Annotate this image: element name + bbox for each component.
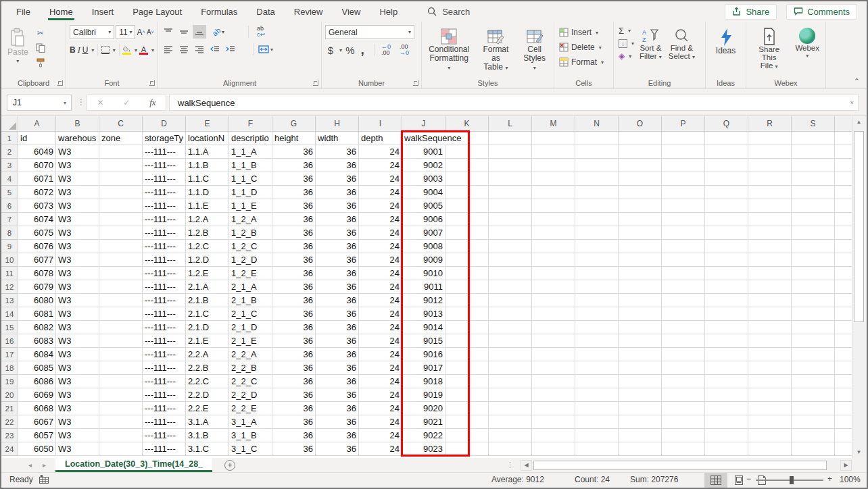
cell-B16[interactable]: W3	[56, 334, 99, 348]
cell-R6[interactable]	[748, 199, 792, 213]
cell-S22[interactable]	[792, 415, 835, 429]
cell-B8[interactable]: W3	[56, 226, 99, 240]
cell-G24[interactable]: 36	[272, 442, 316, 456]
column-header-O[interactable]: O	[619, 116, 662, 132]
cell-B23[interactable]: W3	[56, 429, 99, 442]
zoom-slider[interactable]	[756, 480, 823, 481]
cell-O21[interactable]	[619, 402, 662, 415]
cell-N14[interactable]	[575, 307, 619, 321]
cell-E12[interactable]: 2.1.A	[186, 280, 229, 294]
zoom-in-button[interactable]: +	[827, 474, 832, 484]
format-painter-button[interactable]	[34, 56, 47, 70]
cell-K22[interactable]	[445, 415, 489, 429]
cell-P18[interactable]	[662, 361, 705, 375]
cell-N13[interactable]	[575, 294, 619, 307]
cell-O20[interactable]	[619, 388, 662, 402]
cell-D19[interactable]: ---111---	[143, 375, 186, 388]
menu-tab-formulas[interactable]: Formulas	[191, 1, 247, 22]
cell-M14[interactable]	[532, 307, 575, 321]
cell-P22[interactable]	[662, 415, 705, 429]
cell-A16[interactable]: 6083	[18, 334, 56, 348]
cell-F6[interactable]: 1_1_E	[229, 199, 272, 213]
cell-O10[interactable]	[619, 253, 662, 267]
cell-R21[interactable]	[748, 402, 792, 415]
cell-M15[interactable]	[532, 321, 575, 334]
cell-A14[interactable]: 6081	[18, 307, 56, 321]
cell-I21[interactable]: 24	[359, 402, 402, 415]
cell-H16[interactable]: 36	[316, 334, 359, 348]
cell-F22[interactable]: 3_1_A	[229, 415, 272, 429]
find-select-button[interactable]: Find & Select ▾	[666, 25, 698, 76]
cell-A15[interactable]: 6082	[18, 321, 56, 334]
cell-O18[interactable]	[619, 361, 662, 375]
cell-F23[interactable]: 3_1_B	[229, 429, 272, 442]
borders-button[interactable]	[101, 43, 110, 57]
cell-I10[interactable]: 24	[359, 253, 402, 267]
cell-O17[interactable]	[619, 348, 662, 361]
cell-J20[interactable]: 9019	[402, 388, 445, 402]
column-header-P[interactable]: P	[662, 116, 705, 132]
cell-A17[interactable]: 6084	[18, 348, 56, 361]
scroll-left-icon[interactable]: ◀	[521, 460, 532, 471]
cell-G14[interactable]: 36	[272, 307, 316, 321]
column-header-A[interactable]: A	[18, 116, 56, 132]
cell-H13[interactable]: 36	[316, 294, 359, 307]
cell-I20[interactable]: 24	[359, 388, 402, 402]
cell-M10[interactable]	[532, 253, 575, 267]
cell-E6[interactable]: 1.1.E	[186, 199, 229, 213]
cell-F4[interactable]: 1_1_C	[229, 172, 272, 186]
cell-C6[interactable]	[99, 199, 143, 213]
cell-E19[interactable]: 2.2.C	[186, 375, 229, 388]
cell-M20[interactable]	[532, 388, 575, 402]
cell-K14[interactable]	[445, 307, 489, 321]
cell-O19[interactable]	[619, 375, 662, 388]
cell-O22[interactable]	[619, 415, 662, 429]
cell-F15[interactable]: 2_1_D	[229, 321, 272, 334]
cell-Q21[interactable]	[705, 402, 748, 415]
cell-C18[interactable]	[99, 361, 143, 375]
cell-P5[interactable]	[662, 186, 705, 199]
cell-F20[interactable]: 2_2_D	[229, 388, 272, 402]
row-header-12[interactable]: 12	[1, 280, 18, 294]
cell-R3[interactable]	[748, 159, 792, 172]
row-header-10[interactable]: 10	[1, 253, 18, 267]
cell-L16[interactable]	[489, 334, 532, 348]
menu-tab-data[interactable]: Data	[247, 1, 284, 22]
cell-K7[interactable]	[445, 213, 489, 226]
cell-F24[interactable]: 3_1_C	[229, 442, 272, 456]
cell-R20[interactable]	[748, 388, 792, 402]
increase-indent-button[interactable]	[224, 43, 237, 56]
cell-Q3[interactable]	[705, 159, 748, 172]
cell-I19[interactable]: 24	[359, 375, 402, 388]
cell-D10[interactable]: ---111---	[143, 253, 186, 267]
cell-G23[interactable]: 36	[272, 429, 316, 442]
column-header-E[interactable]: E	[186, 116, 229, 132]
cell-M23[interactable]	[532, 429, 575, 442]
clipboard-dialog-launcher[interactable]	[57, 80, 63, 86]
cell-M21[interactable]	[532, 402, 575, 415]
cell-I6[interactable]: 24	[359, 199, 402, 213]
cell-J16[interactable]: 9015	[402, 334, 445, 348]
row-header-7[interactable]: 7	[1, 213, 18, 226]
row-header-15[interactable]: 15	[1, 321, 18, 334]
row-header-1[interactable]: 1	[1, 132, 18, 145]
cell-H12[interactable]: 36	[316, 280, 359, 294]
cell-P23[interactable]	[662, 429, 705, 442]
cell-E4[interactable]: 1.1.C	[186, 172, 229, 186]
font-dialog-launcher[interactable]	[149, 80, 155, 86]
menu-tab-insert[interactable]: Insert	[82, 1, 124, 22]
cell-B10[interactable]: W3	[56, 253, 99, 267]
cell-O4[interactable]	[619, 172, 662, 186]
cell-O16[interactable]	[619, 334, 662, 348]
cell-F10[interactable]: 1_2_D	[229, 253, 272, 267]
cell-H5[interactable]: 36	[316, 186, 359, 199]
cell-F21[interactable]: 2_2_E	[229, 402, 272, 415]
new-sheet-button[interactable]: +	[224, 458, 235, 472]
ideas-button[interactable]: Ideas	[709, 25, 742, 58]
row-header-9[interactable]: 9	[1, 240, 18, 253]
cell-C10[interactable]	[99, 253, 143, 267]
cell-M3[interactable]	[532, 159, 575, 172]
cell-B6[interactable]: W3	[56, 199, 99, 213]
column-header-Q[interactable]: Q	[705, 116, 748, 132]
cell-K9[interactable]	[445, 240, 489, 253]
